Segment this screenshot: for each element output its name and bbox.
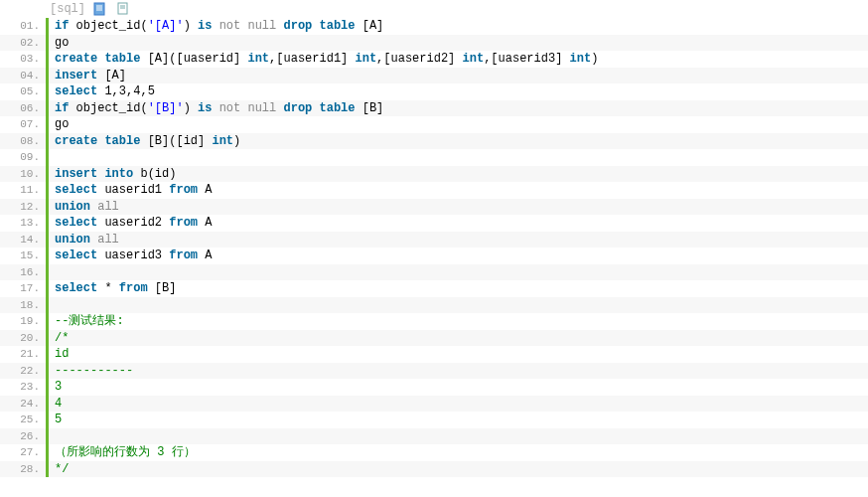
svg-rect-0 bbox=[94, 3, 104, 15]
code-content: go bbox=[49, 35, 69, 52]
line-number: 08. bbox=[0, 133, 46, 150]
code-content: --测试结果: bbox=[49, 313, 124, 330]
code-content: select uaserid3 from A bbox=[49, 248, 212, 264]
gutter-bar bbox=[46, 428, 49, 445]
code-content: /* bbox=[49, 330, 69, 347]
gutter-bar bbox=[46, 297, 49, 314]
code-line: 26. bbox=[0, 428, 868, 445]
code-line: 11.select uaserid1 from A bbox=[0, 182, 868, 199]
line-number: 18. bbox=[0, 297, 46, 314]
code-line: 28.*/ bbox=[0, 461, 868, 478]
line-number: 25. bbox=[0, 412, 46, 428]
code-line: 02.go bbox=[0, 35, 868, 52]
code-line: 15.select uaserid3 from A bbox=[0, 248, 868, 264]
line-number: 11. bbox=[0, 182, 46, 199]
line-number: 23. bbox=[0, 379, 46, 396]
code-content: create table [B]([id] int) bbox=[49, 133, 240, 150]
code-line: 03.create table [A]([uaserid] int,[uaser… bbox=[0, 51, 868, 68]
code-content: union all bbox=[49, 232, 119, 248]
code-content: union all bbox=[49, 199, 119, 216]
language-label: [sql] bbox=[50, 2, 85, 16]
code-line: 25.5 bbox=[0, 412, 868, 428]
code-block: [sql] 01.if object_id('[A]') is not null… bbox=[0, 0, 868, 477]
code-line: 14.union all bbox=[0, 232, 868, 248]
code-line: 04.insert [A] bbox=[0, 68, 868, 84]
code-line: 16. bbox=[0, 264, 868, 281]
code-content: select uaserid1 from A bbox=[49, 182, 212, 199]
line-number: 07. bbox=[0, 116, 46, 133]
line-number: 26. bbox=[0, 428, 46, 445]
code-content: */ bbox=[49, 461, 69, 478]
code-content: create table [A]([uaserid] int,[uaserid1… bbox=[49, 51, 598, 68]
code-line: 12.union all bbox=[0, 199, 868, 216]
code-content: if object_id('[B]') is not null drop tab… bbox=[49, 100, 383, 117]
code-line: 18. bbox=[0, 297, 868, 314]
code-content: id bbox=[49, 346, 69, 363]
code-line: 17.select * from [B] bbox=[0, 280, 868, 297]
line-number: 16. bbox=[0, 264, 46, 281]
line-number: 10. bbox=[0, 166, 46, 183]
line-number: 24. bbox=[0, 396, 46, 413]
line-number: 02. bbox=[0, 35, 46, 52]
line-number: 21. bbox=[0, 346, 46, 363]
code-line: 01.if object_id('[A]') is not null drop … bbox=[0, 18, 868, 35]
code-content: if object_id('[A]') is not null drop tab… bbox=[49, 18, 383, 35]
code-content: 4 bbox=[49, 396, 62, 413]
code-line: 13.select uaserid2 from A bbox=[0, 215, 868, 232]
line-number: 03. bbox=[0, 51, 46, 68]
line-number: 17. bbox=[0, 280, 46, 297]
code-header: [sql] bbox=[0, 0, 868, 18]
gutter-bar bbox=[46, 149, 49, 166]
code-content: go bbox=[49, 116, 69, 133]
code-lines: 01.if object_id('[A]') is not null drop … bbox=[0, 18, 868, 477]
code-content: ----------- bbox=[49, 363, 133, 380]
code-line: 05.select 1,3,4,5 bbox=[0, 83, 868, 100]
line-number: 20. bbox=[0, 330, 46, 347]
code-line: 21.id bbox=[0, 346, 868, 363]
code-line: 10.insert into b(id) bbox=[0, 166, 868, 183]
line-number: 04. bbox=[0, 68, 46, 84]
line-number: 09. bbox=[0, 149, 46, 166]
line-number: 27. bbox=[0, 444, 46, 461]
view-plain-icon[interactable] bbox=[93, 2, 107, 16]
code-line: 20./* bbox=[0, 330, 868, 347]
code-content: select 1,3,4,5 bbox=[49, 83, 155, 100]
code-line: 06.if object_id('[B]') is not null drop … bbox=[0, 100, 868, 117]
line-number: 13. bbox=[0, 215, 46, 232]
code-line: 08.create table [B]([id] int) bbox=[0, 133, 868, 150]
code-content: 3 bbox=[49, 379, 62, 396]
code-content: select * from [B] bbox=[49, 280, 176, 297]
code-line: 23.3 bbox=[0, 379, 868, 396]
code-line: 24.4 bbox=[0, 396, 868, 413]
code-line: 19.--测试结果: bbox=[0, 313, 868, 330]
code-line: 22.----------- bbox=[0, 363, 868, 380]
copy-icon[interactable] bbox=[115, 2, 129, 16]
code-line: 09. bbox=[0, 149, 868, 166]
line-number: 01. bbox=[0, 18, 46, 35]
line-number: 22. bbox=[0, 363, 46, 380]
line-number: 14. bbox=[0, 232, 46, 248]
code-line: 27.（所影响的行数为 3 行） bbox=[0, 444, 868, 461]
code-content: 5 bbox=[49, 412, 62, 428]
line-number: 06. bbox=[0, 100, 46, 117]
code-content: （所影响的行数为 3 行） bbox=[49, 444, 196, 461]
code-content: insert [A] bbox=[49, 68, 126, 84]
line-number: 12. bbox=[0, 199, 46, 216]
code-content: insert into b(id) bbox=[49, 166, 176, 183]
code-content: select uaserid2 from A bbox=[49, 215, 212, 232]
line-number: 19. bbox=[0, 313, 46, 330]
gutter-bar bbox=[46, 264, 49, 281]
line-number: 28. bbox=[0, 461, 46, 478]
code-line: 07.go bbox=[0, 116, 868, 133]
line-number: 15. bbox=[0, 248, 46, 264]
line-number: 05. bbox=[0, 83, 46, 100]
